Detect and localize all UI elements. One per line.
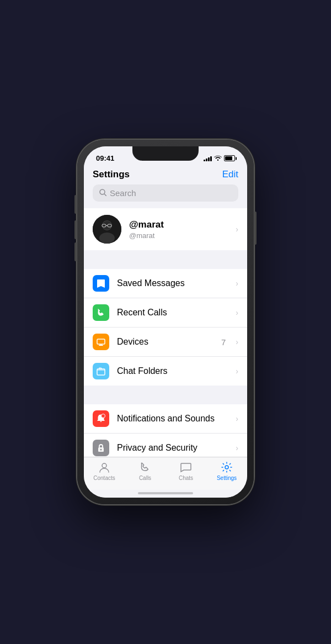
privacy-icon xyxy=(93,440,109,456)
calls-tab-label: Calls xyxy=(139,475,151,481)
tab-settings[interactable]: Settings xyxy=(206,461,247,481)
home-indicator xyxy=(84,490,247,498)
profile-chevron: › xyxy=(236,225,238,234)
tab-calls[interactable]: Calls xyxy=(125,461,166,481)
devices-chevron: › xyxy=(236,337,238,346)
contacts-tab-label: Contacts xyxy=(93,475,115,481)
svg-point-16 xyxy=(100,449,102,451)
list-item-recent-calls[interactable]: Recent Calls › xyxy=(84,298,247,328)
signal-icon xyxy=(204,156,212,161)
search-placeholder-text: Search xyxy=(110,188,136,198)
list-group-1: Saved Messages › Recent Calls › xyxy=(84,269,247,386)
list-item-saved-messages[interactable]: Saved Messages › xyxy=(84,269,247,298)
phone-screen: 09:41 Sett xyxy=(84,146,247,498)
list-group-2: Notifications and Sounds › Privacy and S… xyxy=(84,404,247,457)
svg-line-1 xyxy=(105,194,106,196)
home-bar xyxy=(138,492,193,494)
chat-folders-label: Chat Folders xyxy=(117,366,228,376)
notifications-label: Notifications and Sounds xyxy=(117,414,228,424)
status-icons xyxy=(204,155,235,162)
saved-messages-chevron: › xyxy=(236,279,238,288)
status-time: 09:41 xyxy=(96,154,114,162)
recent-calls-icon xyxy=(93,304,109,321)
battery-icon xyxy=(224,155,235,161)
chat-folders-chevron: › xyxy=(236,367,238,376)
settings-tab-label: Settings xyxy=(217,475,237,481)
recent-calls-label: Recent Calls xyxy=(117,308,228,318)
contacts-tab-icon xyxy=(98,461,111,474)
privacy-label: Privacy and Security xyxy=(117,443,228,453)
search-bar[interactable]: Search xyxy=(93,184,238,202)
svg-rect-11 xyxy=(99,345,103,346)
svg-point-4 xyxy=(99,233,115,244)
tab-bar: Contacts Calls Chats xyxy=(84,457,247,490)
profile-row[interactable]: @marat @marat › xyxy=(84,208,247,250)
list-item-devices[interactable]: Devices 7 › xyxy=(84,328,247,357)
section-gap-2 xyxy=(84,386,247,404)
tab-chats[interactable]: Chats xyxy=(166,461,206,481)
saved-messages-label: Saved Messages xyxy=(117,278,228,288)
settings-header: Settings Edit xyxy=(84,165,247,184)
page-title: Settings xyxy=(93,169,130,180)
edit-button[interactable]: Edit xyxy=(222,169,238,180)
phone-frame: 09:41 Sett xyxy=(77,140,254,504)
profile-info: @marat @marat xyxy=(129,219,228,240)
notch xyxy=(132,146,199,161)
saved-messages-icon xyxy=(93,275,109,292)
chats-tab-label: Chats xyxy=(179,475,193,481)
chats-tab-icon xyxy=(179,461,193,474)
svg-point-24 xyxy=(102,463,106,468)
list-item-privacy[interactable]: Privacy and Security › xyxy=(84,434,247,457)
chat-folders-icon xyxy=(93,363,109,379)
list-item-notifications[interactable]: Notifications and Sounds › xyxy=(84,404,247,434)
svg-point-25 xyxy=(225,466,228,469)
search-icon xyxy=(99,189,106,198)
calls-tab-icon xyxy=(138,461,152,474)
profile-username: @marat xyxy=(129,231,228,240)
notifications-chevron: › xyxy=(236,414,238,423)
recent-calls-chevron: › xyxy=(236,308,238,317)
avatar xyxy=(93,215,121,244)
devices-label: Devices xyxy=(117,337,213,347)
privacy-chevron: › xyxy=(236,444,238,452)
settings-tab-icon xyxy=(220,461,233,474)
devices-badge: 7 xyxy=(221,337,226,347)
list-item-chat-folders[interactable]: Chat Folders › xyxy=(84,357,247,386)
svg-rect-9 xyxy=(97,339,105,344)
tab-contacts[interactable]: Contacts xyxy=(84,461,125,481)
svg-point-0 xyxy=(100,189,105,194)
wifi-icon xyxy=(214,155,222,162)
content-area[interactable]: Settings Edit Search xyxy=(84,165,247,457)
profile-name: @marat xyxy=(129,219,228,230)
section-gap-1 xyxy=(84,250,247,269)
notifications-icon xyxy=(93,410,109,427)
svg-point-14 xyxy=(102,414,105,418)
devices-icon xyxy=(93,334,109,350)
